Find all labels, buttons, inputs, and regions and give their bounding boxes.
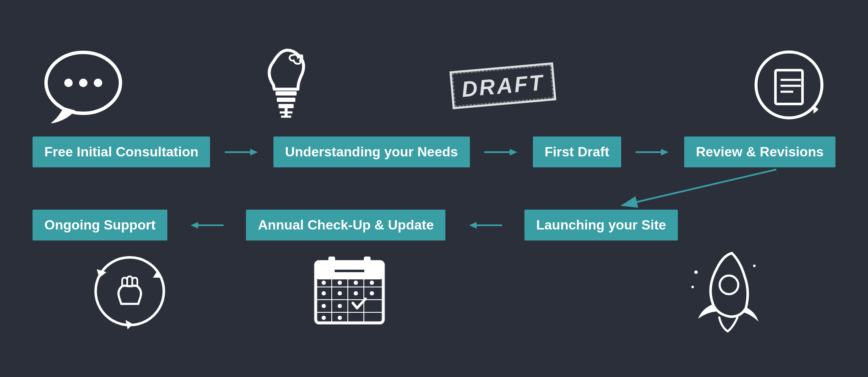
- svg-point-57: [691, 286, 694, 288]
- svg-point-48: [354, 291, 358, 295]
- draft-text: DRAFT: [450, 62, 557, 109]
- svg-point-53: [338, 316, 342, 320]
- arrow-2: [470, 146, 533, 158]
- svg-point-56: [753, 265, 756, 267]
- svg-point-49: [370, 291, 374, 295]
- top-icons-row: DRAFT: [33, 39, 835, 132]
- svg-point-47: [338, 291, 342, 295]
- diagonal-connector-area: [33, 167, 835, 210]
- launching-site-label: Launching your Site: [536, 217, 666, 232]
- review-revisions-label: Review & Revisions: [696, 144, 824, 159]
- svg-line-22: [622, 169, 776, 205]
- svg-rect-11: [775, 70, 802, 104]
- svg-marker-21: [661, 149, 669, 156]
- annual-checkup-label: Annual Check-Up & Update: [258, 217, 434, 232]
- row2-flow: Ongoing Support Annual Check-Up & Update…: [33, 210, 835, 240]
- svg-marker-19: [510, 149, 517, 156]
- arrow-3: [621, 146, 684, 158]
- review-revisions-box: Review & Revisions: [684, 137, 835, 167]
- svg-point-43: [338, 281, 342, 285]
- understanding-needs-label: Understanding your Needs: [285, 144, 458, 159]
- svg-point-51: [338, 304, 342, 308]
- row1-flow: Free Initial Consultation Understanding …: [33, 137, 835, 167]
- bottom-icons-row: [33, 249, 835, 338]
- svg-point-55: [694, 270, 698, 274]
- process-diagram: DRAFT Free Initial Consultation: [33, 39, 835, 338]
- svg-point-54: [720, 276, 738, 294]
- calendar-icon: [311, 249, 388, 331]
- first-draft-label: First Draft: [545, 144, 609, 159]
- svg-point-45: [370, 281, 374, 285]
- svg-point-2: [79, 79, 87, 87]
- arrow-1: [210, 146, 273, 158]
- svg-rect-5: [277, 98, 295, 102]
- arrow-4: [167, 219, 246, 232]
- svg-rect-6: [278, 104, 294, 108]
- svg-point-46: [322, 291, 326, 295]
- svg-rect-34: [364, 257, 371, 268]
- understanding-needs-box: Understanding your Needs: [273, 137, 470, 167]
- speech-bubble-icon: [41, 45, 126, 127]
- svg-marker-27: [469, 222, 477, 229]
- svg-point-42: [322, 281, 326, 285]
- svg-rect-33: [328, 257, 335, 268]
- launching-site-box: Launching your Site: [524, 210, 678, 240]
- free-consultation-box: Free Initial Consultation: [33, 137, 210, 167]
- svg-point-50: [322, 304, 326, 308]
- ongoing-support-box: Ongoing Support: [33, 210, 167, 240]
- arrow-5: [445, 219, 524, 232]
- svg-point-3: [94, 79, 102, 87]
- draft-stamp-icon: DRAFT: [451, 67, 555, 105]
- ongoing-support-icon: [87, 249, 172, 335]
- svg-point-1: [64, 79, 73, 87]
- svg-marker-25: [191, 222, 198, 229]
- svg-point-52: [322, 316, 326, 320]
- free-consultation-label: Free Initial Consultation: [44, 144, 198, 159]
- first-draft-box: First Draft: [533, 137, 621, 167]
- ongoing-support-label: Ongoing Support: [44, 217, 156, 232]
- svg-marker-17: [250, 149, 258, 156]
- svg-point-44: [354, 281, 358, 285]
- svg-marker-15: [813, 105, 819, 114]
- annual-checkup-box: Annual Check-Up & Update: [246, 210, 445, 240]
- idea-lightbulb-icon: [252, 43, 320, 129]
- rocket-icon: [683, 249, 768, 335]
- svg-rect-4: [276, 91, 297, 96]
- review-document-icon: [751, 47, 827, 125]
